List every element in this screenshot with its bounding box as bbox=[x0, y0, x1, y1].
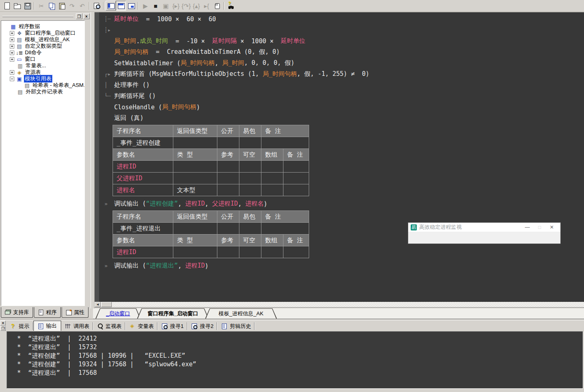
step-into-button[interactable]: {▸} bbox=[171, 1, 181, 11]
layout-top-pane-button[interactable] bbox=[116, 1, 126, 11]
step-over-button[interactable]: {↷} bbox=[181, 1, 191, 11]
tree-item-template[interactable]: ▤模板_进程信息_AK bbox=[1, 36, 84, 43]
tree-item-module-file[interactable]: ▤哈希表 - 哈希表_ASM.ec bbox=[1, 82, 84, 89]
float-output-button[interactable]: ❐ bbox=[0, 326, 6, 331]
output-tab-mag[interactable]: 监视表 bbox=[93, 321, 126, 331]
code-editor[interactable]: ┆┄延时单位 = 1000 × 60 × 60┆▸局_时间.成员_时间 = -1… bbox=[95, 12, 584, 302]
table-cell[interactable] bbox=[217, 246, 239, 258]
table-cell[interactable] bbox=[283, 246, 309, 258]
editor-tab[interactable]: 模板_进程信息_AK bbox=[205, 308, 277, 319]
save-button[interactable] bbox=[22, 1, 32, 11]
tree-item-label[interactable]: 外部文件记录表 bbox=[25, 88, 64, 95]
tree-item-custom-datatype[interactable]: ▤自定义数据类型 bbox=[1, 43, 84, 49]
code-line[interactable]: │处理事件 () bbox=[99, 80, 584, 91]
table-cell[interactable] bbox=[261, 184, 283, 196]
new-file-button[interactable] bbox=[2, 1, 12, 11]
table-header-cell[interactable]: 类 型 bbox=[173, 235, 217, 246]
subroutine-name-cell[interactable]: _事件_进程创建 bbox=[113, 137, 173, 149]
cut-button[interactable]: ✂ bbox=[36, 1, 46, 11]
undo-button[interactable]: ↶ bbox=[77, 1, 87, 11]
subroutine-table[interactable]: 子程序名返回值类型公开易包备 注_事件_进程创建参数名类 型参考可空数组备 注进… bbox=[113, 125, 309, 196]
open-file-button[interactable] bbox=[12, 1, 22, 11]
table-header-cell[interactable]: 子程序名 bbox=[113, 211, 173, 223]
horizontal-scrollbar[interactable]: ◄ bbox=[95, 302, 584, 308]
table-header-cell[interactable]: 公开 bbox=[217, 125, 239, 137]
table-cell[interactable] bbox=[261, 137, 309, 149]
table-header-cell[interactable]: 备 注 bbox=[261, 125, 309, 137]
output-tab-vars[interactable]: ◈变量表 bbox=[126, 321, 158, 331]
table-header-cell[interactable]: 子程序名 bbox=[113, 125, 173, 137]
expander-icon[interactable] bbox=[10, 57, 14, 62]
code-line[interactable]: SetWaitableTimer (局_时间句柄, 局_时间, 0, 0, 0,… bbox=[99, 58, 584, 69]
table-header-cell[interactable]: 备 注 bbox=[261, 211, 309, 223]
output-tab-magdoc[interactable]: 搜寻1 bbox=[158, 321, 188, 331]
tree-item-window[interactable]: ▭窗口 bbox=[1, 56, 84, 62]
parameter-type-cell[interactable] bbox=[173, 246, 217, 258]
expander-icon[interactable] bbox=[10, 51, 14, 55]
table-header-cell[interactable]: 参数名 bbox=[113, 235, 173, 246]
sidebar-tab-library[interactable]: 支持库 bbox=[1, 307, 33, 318]
table-header-cell[interactable]: 备 注 bbox=[283, 149, 309, 161]
step-out-button[interactable]: {▴} bbox=[191, 1, 201, 11]
output-panel[interactable]: * “进程退出” | 22412* “进程退出” | 15732* “进程创建”… bbox=[7, 331, 583, 389]
code-line[interactable]: 局_时间.成员_时间 = -10 × 延时间隔 × 1000 × 延时单位 bbox=[99, 35, 584, 47]
project-panel-header[interactable]: ❐× bbox=[0, 13, 91, 20]
table-cell[interactable] bbox=[217, 184, 239, 196]
panel-grab-handle[interactable] bbox=[2, 16, 73, 17]
code-line[interactable]: ┆▸ bbox=[99, 24, 584, 35]
code-line[interactable]: └┄判断循环尾 () bbox=[99, 91, 584, 102]
table-cell[interactable] bbox=[261, 223, 309, 235]
stop-button[interactable]: ■ bbox=[150, 1, 161, 11]
subroutine-name-cell[interactable]: _事件_进程退出 bbox=[113, 223, 173, 235]
output-line[interactable]: * “进程退出” | 17568 bbox=[17, 369, 583, 378]
table-cell[interactable] bbox=[261, 246, 283, 258]
close-panel-button[interactable]: × bbox=[83, 13, 90, 19]
output-line[interactable]: * “进程创建” | 19324 | 17568 | “splwow64.exe… bbox=[17, 361, 583, 369]
parameter-type-cell[interactable] bbox=[173, 173, 217, 184]
table-cell[interactable] bbox=[239, 246, 261, 258]
code-line[interactable]: 返回 (真) bbox=[99, 113, 584, 124]
minimize-button[interactable]: — bbox=[521, 224, 533, 231]
output-tab-doc[interactable]: 输出 bbox=[33, 321, 61, 331]
tree-item-window-group[interactable]: ❖窗口程序集_启动窗口 bbox=[1, 30, 84, 36]
table-header-cell[interactable]: 参考 bbox=[217, 149, 239, 161]
expander-icon[interactable] bbox=[10, 70, 14, 75]
tree-item-module-reference-table[interactable]: ▣模块引用表 bbox=[1, 75, 84, 82]
table-cell[interactable] bbox=[239, 184, 261, 196]
output-tab-grid[interactable]: 调用表 bbox=[61, 321, 93, 331]
maximize-button[interactable]: □ bbox=[533, 224, 546, 231]
expander-icon[interactable] bbox=[10, 77, 14, 81]
pause-button[interactable] bbox=[212, 1, 222, 11]
panel-splitter[interactable] bbox=[91, 12, 95, 308]
editor-tab[interactable]: 窗口程序集_启动窗口 bbox=[137, 308, 209, 319]
table-header-cell[interactable]: 易包 bbox=[239, 211, 261, 223]
table-header-cell[interactable]: 备 注 bbox=[283, 235, 309, 246]
sidebar-tab-program[interactable]: 程序 bbox=[34, 307, 61, 318]
project-tree[interactable]: ▦程序数据❖窗口程序集_启动窗口▤模板_进程信息_AK▤自定义数据类型↓≣Dll… bbox=[1, 20, 85, 306]
close-output-button[interactable]: × bbox=[0, 321, 6, 326]
tree-item-dll-command[interactable]: ↓≣Dll命令 bbox=[1, 49, 84, 56]
parameter-name-cell[interactable]: 进程ID bbox=[113, 246, 173, 258]
table-cell[interactable] bbox=[217, 137, 239, 149]
output-tab-doc[interactable]: 剪辑历史 bbox=[217, 321, 255, 331]
code-line[interactable]: ┆┄延时单位 = 1000 × 60 × 60 bbox=[99, 13, 584, 24]
tree-item-resource-table[interactable]: ◈资源表 bbox=[1, 69, 84, 75]
table-header-cell[interactable]: 易包 bbox=[239, 125, 261, 137]
table-header-cell[interactable]: 可空 bbox=[239, 235, 261, 246]
code-line[interactable]: »调试输出 (“进程创建”, 进程ID, 父进程ID, 进程名) bbox=[99, 198, 584, 209]
table-cell[interactable] bbox=[217, 223, 239, 235]
float-panel-button[interactable]: ❐ bbox=[76, 13, 82, 19]
tree-item-external-file-table[interactable]: ▤外部文件记录表 bbox=[1, 89, 84, 95]
table-cell[interactable] bbox=[173, 137, 217, 149]
output-tab-magdoc[interactable]: 搜寻2 bbox=[188, 321, 217, 331]
output-line[interactable]: * “进程退出” | 22412 bbox=[17, 335, 583, 343]
parameter-type-cell[interactable]: 文本型 bbox=[173, 184, 217, 196]
code-line[interactable]: »调试输出 (“进程退出”, 进程ID) bbox=[99, 260, 584, 271]
table-cell[interactable] bbox=[261, 161, 283, 173]
table-cell[interactable] bbox=[239, 173, 261, 184]
copy-button[interactable] bbox=[46, 1, 57, 11]
table-header-cell[interactable]: 类 型 bbox=[173, 149, 217, 161]
table-cell[interactable] bbox=[217, 173, 239, 184]
expander-icon[interactable] bbox=[10, 38, 14, 42]
layout-left-pane-button[interactable] bbox=[106, 1, 116, 11]
